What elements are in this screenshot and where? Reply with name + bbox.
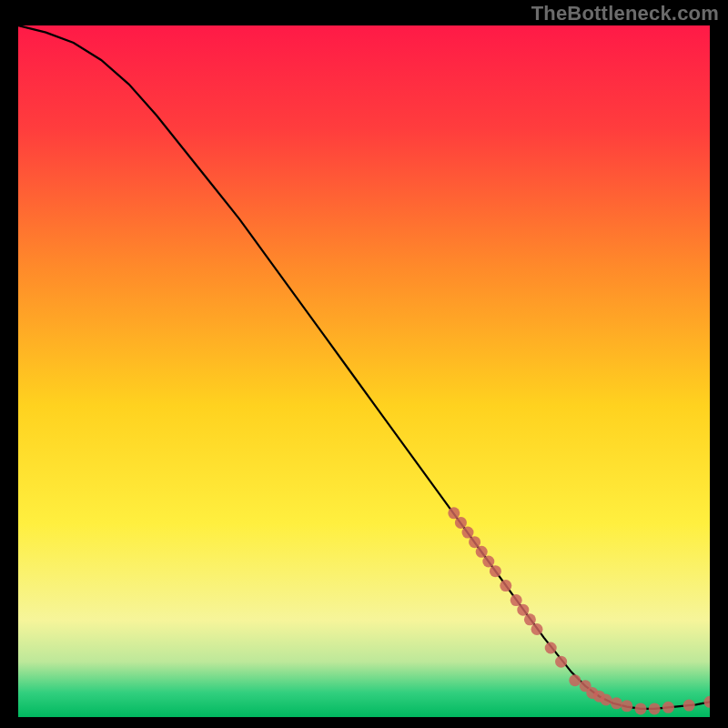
data-marker	[455, 517, 467, 529]
data-marker	[611, 697, 622, 709]
gradient-background	[18, 25, 710, 717]
plot-area	[18, 25, 710, 717]
chart-svg	[18, 25, 710, 717]
data-marker	[545, 642, 557, 654]
data-marker	[662, 702, 674, 713]
data-marker	[569, 674, 581, 686]
data-marker	[462, 527, 474, 539]
data-marker	[635, 703, 647, 714]
data-marker	[490, 565, 501, 577]
watermark-text: TheBottleneck.com	[531, 2, 719, 25]
data-marker	[524, 613, 536, 625]
data-marker	[531, 623, 543, 635]
data-marker	[517, 604, 529, 616]
data-marker	[476, 546, 488, 558]
data-marker	[555, 656, 567, 668]
data-marker	[469, 536, 480, 548]
data-marker	[683, 700, 695, 712]
data-marker	[649, 703, 661, 714]
data-marker	[482, 556, 494, 568]
data-marker	[448, 507, 460, 519]
data-marker	[500, 580, 511, 592]
chart-stage: TheBottleneck.com	[0, 0, 728, 728]
data-marker	[621, 700, 632, 712]
data-marker	[601, 694, 612, 706]
data-marker	[511, 594, 522, 606]
